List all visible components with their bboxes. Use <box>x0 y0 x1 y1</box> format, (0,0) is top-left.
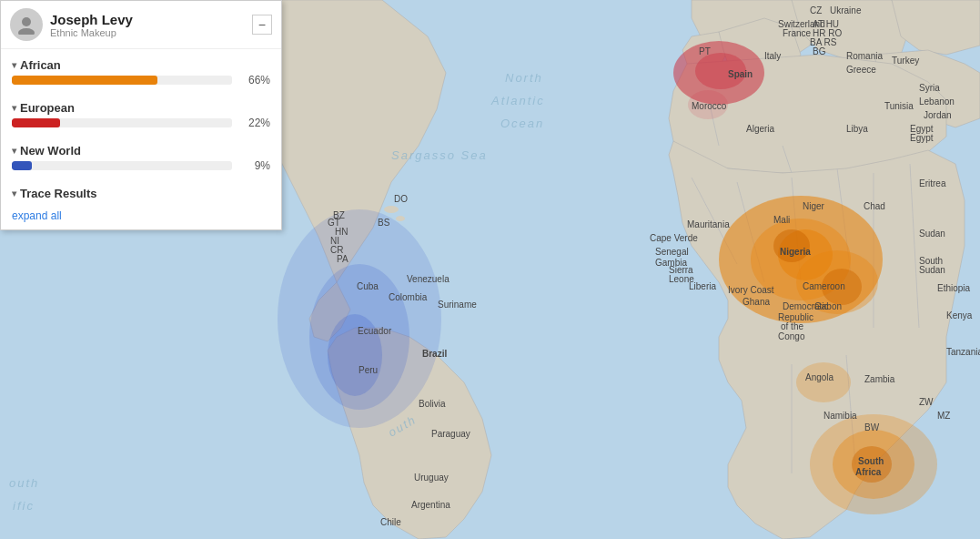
svg-text:DO: DO <box>394 194 408 204</box>
svg-text:Mauritania: Mauritania <box>687 219 730 229</box>
svg-text:Argentina: Argentina <box>411 500 450 510</box>
svg-text:Mali: Mali <box>773 215 790 225</box>
svg-text:Italy: Italy <box>764 51 781 61</box>
svg-text:CZ: CZ <box>810 5 822 15</box>
svg-point-25 <box>796 362 851 402</box>
european-label: European <box>20 101 75 115</box>
svg-text:Sargasso Sea: Sargasso Sea <box>391 148 488 162</box>
svg-text:Africa: Africa <box>855 467 882 477</box>
european-percent: 22% <box>237 117 270 129</box>
svg-text:ZW: ZW <box>919 397 934 407</box>
svg-text:Paraguay: Paraguay <box>431 429 470 439</box>
svg-text:Brazil: Brazil <box>422 349 447 359</box>
european-chevron: ▾ <box>12 103 16 113</box>
person-name: Joseph Levy <box>50 12 133 27</box>
european-bar-fill <box>12 118 60 127</box>
svg-text:outh: outh <box>9 476 39 490</box>
svg-text:Spain: Spain <box>728 69 753 79</box>
svg-text:Morocco: Morocco <box>692 101 727 111</box>
svg-point-2 <box>396 216 405 221</box>
svg-text:Colombia: Colombia <box>389 292 428 302</box>
trace-header[interactable]: ▾ Trace Results <box>12 187 270 200</box>
newworld-label: New World <box>20 144 81 158</box>
svg-text:ific: ific <box>13 499 35 513</box>
newworld-percent: 9% <box>237 159 270 172</box>
svg-text:Cuba: Cuba <box>357 281 379 291</box>
svg-text:Ukraine: Ukraine <box>830 5 862 15</box>
trace-section: ▾ Trace Results <box>1 178 281 206</box>
svg-text:Nigeria: Nigeria <box>780 247 811 257</box>
svg-text:MZ: MZ <box>937 411 950 421</box>
svg-text:Angola: Angola <box>805 372 834 382</box>
african-header[interactable]: ▾ African <box>12 58 270 72</box>
european-section: ▾ European 22% <box>1 92 281 135</box>
svg-text:Suriname: Suriname <box>438 300 477 310</box>
trace-chevron: ▾ <box>12 188 16 198</box>
svg-text:Liberia: Liberia <box>689 281 716 291</box>
european-header[interactable]: ▾ European <box>12 101 270 115</box>
svg-text:Libya: Libya <box>846 124 868 134</box>
person-subtitle: Ethnic Makeup <box>50 27 133 38</box>
svg-text:Cape Verde: Cape Verde <box>650 233 698 243</box>
newworld-bar-row: 9% <box>12 159 270 172</box>
newworld-section: ▾ New World 9% <box>1 135 281 178</box>
svg-text:Tunisia: Tunisia <box>884 101 914 111</box>
svg-text:Ocean: Ocean <box>500 117 544 130</box>
african-section: ▾ African 66% <box>1 49 281 92</box>
svg-text:BW: BW <box>864 422 880 432</box>
svg-text:Egypt: Egypt <box>910 133 934 143</box>
svg-point-113 <box>22 17 31 26</box>
svg-text:Ivory Coast: Ivory Coast <box>728 285 774 295</box>
expand-all-link[interactable]: expand all <box>1 206 281 222</box>
svg-text:Turkey: Turkey <box>892 56 919 66</box>
svg-text:North: North <box>505 71 543 85</box>
svg-text:Cameroon: Cameroon <box>803 281 845 291</box>
svg-text:Ghana: Ghana <box>743 297 770 307</box>
svg-text:PT: PT <box>699 46 711 56</box>
svg-text:Chile: Chile <box>380 517 401 527</box>
svg-text:Jordan: Jordan <box>924 110 952 120</box>
svg-point-19 <box>773 229 810 262</box>
svg-text:Syria: Syria <box>919 83 940 93</box>
svg-point-1 <box>384 206 399 213</box>
svg-text:Sudan: Sudan <box>919 265 945 275</box>
newworld-bar-track <box>12 161 232 170</box>
european-bar-track <box>12 118 232 127</box>
svg-text:Lebanon: Lebanon <box>919 97 955 107</box>
african-label: African <box>20 58 61 72</box>
svg-text:Ethiopia: Ethiopia <box>937 283 971 293</box>
svg-text:Chad: Chad <box>864 201 885 211</box>
newworld-chevron: ▾ <box>12 146 16 156</box>
svg-text:BS: BS <box>378 218 390 228</box>
panel-header: Joseph Levy Ethnic Makeup − <box>1 1 281 49</box>
svg-text:Atlantic: Atlantic <box>490 94 545 107</box>
svg-text:Greece: Greece <box>846 65 876 75</box>
svg-text:Ecuador: Ecuador <box>358 326 392 336</box>
svg-text:PA: PA <box>337 254 349 264</box>
african-bar-fill <box>12 76 157 85</box>
svg-text:Eritrea: Eritrea <box>919 178 946 188</box>
african-bar-track <box>12 76 232 85</box>
svg-text:Uruguay: Uruguay <box>414 473 449 483</box>
european-bar-row: 22% <box>12 117 270 129</box>
close-button[interactable]: − <box>252 15 272 35</box>
svg-text:Algeria: Algeria <box>746 124 775 134</box>
info-panel: Joseph Levy Ethnic Makeup − ▾ African 66… <box>0 0 282 230</box>
newworld-header[interactable]: ▾ New World <box>12 144 270 158</box>
svg-text:Romania: Romania <box>846 51 883 61</box>
svg-text:Bolivia: Bolivia <box>419 399 446 409</box>
svg-text:Congo: Congo <box>778 331 805 341</box>
svg-text:France: France <box>783 28 812 38</box>
svg-text:Gabon: Gabon <box>814 301 842 311</box>
svg-text:Kenya: Kenya <box>946 310 973 320</box>
svg-text:Zambia: Zambia <box>864 374 895 384</box>
svg-text:Namibia: Namibia <box>823 411 857 421</box>
svg-point-114 <box>18 28 35 35</box>
svg-text:Niger: Niger <box>803 201 825 211</box>
svg-text:Sudan: Sudan <box>919 229 945 239</box>
newworld-bar-fill <box>12 161 32 170</box>
svg-text:of the: of the <box>781 321 803 331</box>
avatar <box>10 8 43 41</box>
african-chevron: ▾ <box>12 60 16 70</box>
svg-text:Venezuela: Venezuela <box>407 274 450 284</box>
